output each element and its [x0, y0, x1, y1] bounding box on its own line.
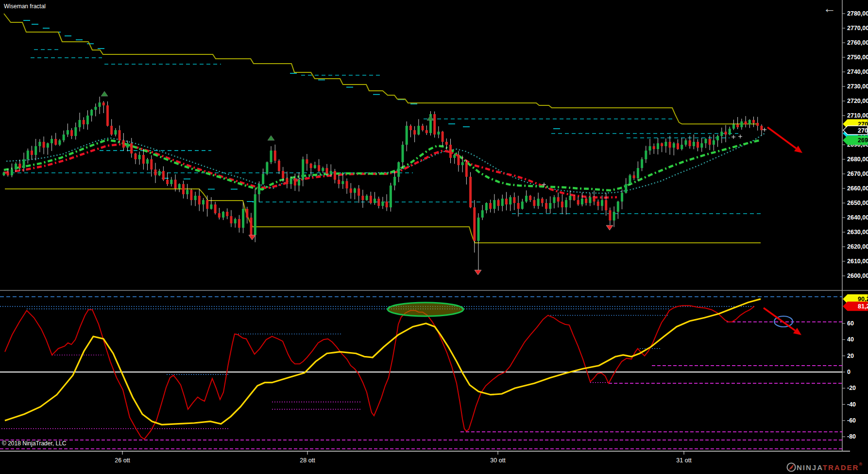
candle-down [409, 126, 412, 130]
candle-up [565, 200, 567, 207]
candle-down [54, 139, 57, 145]
candle-down [529, 196, 531, 200]
candle-up [63, 135, 65, 140]
candle-up [485, 203, 488, 210]
candle-down [677, 143, 679, 149]
candle-up [681, 145, 683, 149]
candle-up [673, 143, 675, 148]
candle-up [23, 159, 25, 168]
candle-up [38, 142, 41, 146]
candle-down [449, 145, 452, 158]
candle-up [170, 180, 172, 184]
candle-down [274, 151, 276, 161]
candle-up [493, 200, 495, 209]
candle-down [505, 199, 508, 204]
candle-down [752, 120, 755, 123]
candle-up [589, 197, 591, 203]
candle-up [537, 199, 540, 206]
candle-up [51, 139, 53, 143]
candle-down [541, 199, 544, 203]
candle-down [442, 132, 444, 142]
candle-down [110, 126, 113, 135]
candle-down [533, 200, 535, 206]
candle-up [453, 155, 456, 158]
candle-up [553, 197, 555, 203]
candle-up [700, 143, 703, 148]
svg-text:2693,07: 2693,07 [858, 137, 868, 144]
candle-up [509, 197, 511, 204]
candle-down [238, 219, 240, 228]
candle-down [278, 161, 280, 171]
candle-up [525, 196, 528, 202]
logo-reg-mark: ® [859, 462, 863, 467]
price-tick-label: 2670,00 [847, 170, 868, 177]
candle-up [664, 142, 667, 146]
candle-down [7, 172, 9, 175]
candle-down [119, 130, 121, 140]
osc-tick-label: -40 [847, 401, 856, 408]
osc-tick-label: -80 [847, 433, 856, 440]
candle-down [166, 180, 169, 184]
candle-down [83, 120, 85, 124]
candle-down [318, 165, 320, 171]
candle-up [314, 165, 316, 168]
candle-up [138, 155, 141, 159]
candle-down [689, 140, 691, 146]
candle-down [357, 188, 360, 196]
candle-up [417, 126, 420, 135]
candle-down [198, 196, 201, 204]
candle-down [736, 124, 739, 127]
candle-down [425, 130, 428, 133]
candle-up [693, 142, 695, 146]
osc-tick-label: 20 [847, 353, 854, 359]
candle-up [713, 140, 715, 145]
candle-up [437, 132, 440, 135]
chart-background [0, 0, 868, 474]
price-tick-label: 2710,00 [847, 112, 868, 119]
candle-down [760, 126, 763, 130]
price-chart-canvas[interactable]: 2780,002770,002760,002750,002740,002730,… [0, 0, 868, 474]
price-tick-label: 2650,00 [847, 200, 868, 206]
back-arrow-icon[interactable]: ← [823, 1, 836, 16]
candle-down [605, 200, 607, 210]
lips-value-tag: 2693,07 [843, 136, 868, 145]
candle-up [210, 204, 212, 209]
candle-down [669, 142, 671, 148]
candle-up [641, 159, 643, 168]
ninjatrader-logo-icon [786, 462, 797, 473]
price-tick-label: 2630,00 [847, 229, 868, 236]
candle-down [326, 168, 328, 174]
last-price-tag: 2700,00 [843, 126, 868, 135]
candle-down [310, 164, 312, 168]
price-tick-label: 2770,00 [847, 25, 868, 32]
candle-down [497, 200, 500, 206]
back-arrow-glyph[interactable]: ← [823, 1, 836, 16]
candle-up [621, 193, 623, 202]
date-label: 28 ott [300, 457, 315, 464]
price-tick-label: 2750,00 [847, 54, 868, 61]
price-tick-label: 2680,00 [847, 156, 868, 163]
candle-down [517, 203, 520, 209]
osc-tick-label: -20 [847, 385, 856, 391]
candle-up [637, 168, 639, 178]
candle-down [70, 130, 73, 136]
green-highlight-ellipse[interactable] [388, 303, 463, 316]
candle-down [226, 212, 228, 216]
logo-text-trader: TRADER [823, 463, 859, 472]
osc-tick-label: -60 [847, 417, 856, 424]
candle-down [190, 190, 192, 200]
candle-down [142, 155, 145, 164]
candle-down [130, 143, 133, 153]
candle-down [334, 171, 336, 180]
candle-up [67, 130, 69, 135]
candle-up [202, 200, 204, 204]
candle-up [729, 129, 731, 135]
candle-up [581, 199, 583, 204]
candle-up [258, 184, 260, 194]
candle-up [381, 202, 384, 206]
candle-up [266, 162, 268, 174]
candle-up [341, 181, 344, 184]
candle-up [481, 210, 484, 218]
candle-up [34, 146, 37, 155]
candle-down [756, 123, 759, 126]
